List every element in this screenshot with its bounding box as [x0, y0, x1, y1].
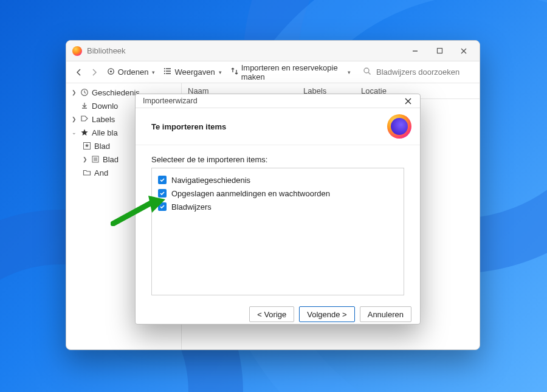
- chevron-down-icon: ⌄: [71, 129, 77, 136]
- search-icon: [363, 67, 371, 77]
- back-button[interactable]: [74, 66, 85, 79]
- tree-label: Labels: [92, 115, 115, 124]
- tree-label: Blad: [94, 142, 110, 151]
- download-icon: [80, 101, 89, 111]
- clock-icon: [80, 88, 89, 97]
- chevron-right-icon: ❯: [71, 116, 77, 122]
- checkbox-row-logins[interactable]: Opgeslagen aanmeldingen en wachtwoorden: [158, 187, 397, 200]
- tag-icon: [80, 114, 89, 124]
- checkbox-row-bookmarks[interactable]: Bladwijzers: [158, 200, 397, 213]
- svg-point-10: [164, 70, 165, 72]
- titlebar: Bibliotheek: [66, 41, 480, 61]
- next-button[interactable]: Volgende >: [299, 306, 354, 322]
- star-outline-icon: [82, 141, 92, 151]
- organize-menu[interactable]: Ordenen ▾: [104, 66, 158, 79]
- window-title: Bibliotheek: [87, 46, 126, 55]
- maximize-button[interactable]: [427, 43, 452, 60]
- checkbox-row-history[interactable]: Navigatiegeschiedenis: [158, 173, 397, 187]
- chevron-down-icon: ▾: [152, 69, 155, 75]
- bookmark-list-icon: [91, 154, 100, 164]
- tree-label: Geschiedenis: [92, 88, 140, 97]
- checkbox-label: Navigatiegeschiedenis: [171, 176, 250, 185]
- checkbox-label: Bladwijzers: [171, 202, 212, 211]
- svg-point-12: [364, 68, 369, 73]
- checkbox-checked-icon[interactable]: [158, 202, 167, 211]
- star-icon: [80, 128, 89, 137]
- wizard-heading: Te importeren items: [151, 122, 226, 131]
- forward-button[interactable]: [89, 66, 100, 79]
- list-icon: [163, 67, 172, 77]
- minimize-button[interactable]: [403, 43, 427, 60]
- firefox-icon: [72, 46, 82, 56]
- checkbox-label: Opgeslagen aanmeldingen en wachtwoorden: [171, 189, 330, 198]
- import-menu[interactable]: Importeren en reservekopie maken ▾: [228, 62, 353, 83]
- wizard-prompt: Selecteer de te importeren items:: [151, 155, 404, 164]
- tree-label: Alle bla: [92, 128, 118, 137]
- chevron-down-icon: ▾: [348, 69, 351, 75]
- svg-point-11: [164, 73, 165, 74]
- import-wizard-dialog: Importeerwizard Te importeren items Sele…: [135, 94, 421, 325]
- chevron-right-icon: ❯: [71, 89, 77, 95]
- tree-label: Blad: [103, 155, 119, 164]
- wizard-titlebar: Importeerwizard: [136, 94, 420, 108]
- checkbox-checked-icon[interactable]: [158, 189, 167, 198]
- tree-label: Downlo: [92, 101, 118, 111]
- search-input[interactable]: [375, 67, 472, 77]
- chevron-right-icon: ❯: [82, 156, 88, 162]
- gear-icon: [106, 67, 115, 78]
- svg-point-9: [164, 68, 165, 69]
- toolbar: Ordenen ▾ Weergaven ▾ Importeren en rese…: [66, 61, 480, 83]
- views-label: Weergaven: [174, 67, 215, 77]
- import-label: Importeren en reservekopie maken: [241, 63, 344, 81]
- wizard-footer: < Vorige Volgende > Annuleren: [136, 300, 420, 331]
- search-box[interactable]: [357, 67, 472, 77]
- chevron-down-icon: ▾: [219, 69, 222, 75]
- organize-label: Ordenen: [118, 67, 149, 77]
- close-button[interactable]: [401, 94, 415, 108]
- views-menu[interactable]: Weergaven ▾: [161, 66, 224, 78]
- wizard-title: Importeerwizard: [143, 97, 198, 105]
- tree-label: And: [94, 168, 108, 177]
- svg-point-5: [110, 70, 112, 72]
- close-button[interactable]: [452, 43, 476, 60]
- import-export-icon: [230, 67, 239, 77]
- items-listbox: Navigatiegeschiedenis Opgeslagen aanmeld…: [151, 168, 404, 295]
- checkbox-checked-icon[interactable]: [158, 176, 167, 184]
- svg-line-13: [368, 72, 371, 75]
- wizard-header: Te importeren items: [136, 108, 420, 145]
- folder-icon: [82, 168, 92, 177]
- firefox-logo-icon: [387, 114, 411, 139]
- cancel-button[interactable]: Annuleren: [360, 306, 411, 322]
- svg-rect-1: [437, 49, 442, 53]
- back-button[interactable]: < Vorige: [249, 306, 294, 322]
